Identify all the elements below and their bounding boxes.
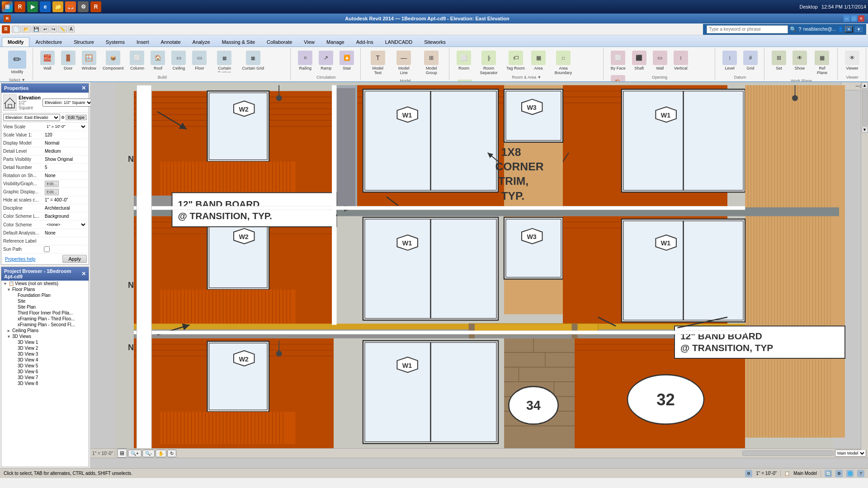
railing-button[interactable]: ⌗Railing: [295, 49, 315, 72]
tree-3dview-1[interactable]: 3D View 1: [1, 339, 89, 345]
user-icon[interactable]: 👤: [838, 27, 843, 32]
info-close-btn[interactable]: ✕: [845, 26, 853, 33]
taskbar-icon-3[interactable]: 📁: [52, 1, 63, 12]
model-group-button[interactable]: ⊞Model Group: [417, 49, 445, 77]
roof-button[interactable]: 🏠Roof: [148, 49, 168, 72]
taskbar-icon-revit[interactable]: R: [14, 1, 25, 12]
qa-open[interactable]: 📂: [22, 26, 31, 33]
window-button[interactable]: 🪟Window: [79, 49, 99, 72]
info-icon[interactable]: ?: [798, 26, 802, 33]
taskbar-icon-4[interactable]: 🦊: [65, 1, 76, 12]
tree-3dview-7[interactable]: 3D View 7: [1, 375, 89, 380]
search-input[interactable]: [707, 25, 788, 33]
properties-type-dropdown[interactable]: Elevation: 1/2" Square: [42, 99, 93, 107]
tree-site[interactable]: Site: [1, 298, 89, 304]
column-button[interactable]: ⬜Column: [127, 49, 147, 72]
close-button[interactable]: ✕: [858, 15, 864, 22]
taskbar-icon-2[interactable]: e: [40, 1, 51, 12]
viewer-button[interactable]: 👁Viewer: [842, 49, 862, 72]
ref-plane-button[interactable]: ▦Ref Plane: [811, 49, 834, 77]
tree-foundation[interactable]: Foundation Plan: [1, 292, 89, 298]
status-sync-icon[interactable]: 🔄: [825, 470, 832, 477]
maximize-button[interactable]: □: [851, 15, 857, 22]
v-scrollbar[interactable]: ▲ ▼: [861, 82, 868, 450]
dormer-button[interactable]: 🏠Dormer: [608, 73, 628, 82]
scroll-up-btn[interactable]: ▲: [862, 82, 868, 89]
floor-button[interactable]: ▭Floor: [189, 49, 209, 72]
tree-3dview-8[interactable]: 3D View 8: [1, 380, 89, 386]
info-expand-btn[interactable]: ▼: [855, 27, 863, 32]
tab-collaborate[interactable]: Collaborate: [261, 37, 298, 47]
tab-modify[interactable]: Modify: [2, 37, 29, 47]
tree-3dview-6[interactable]: 3D View 6: [1, 369, 89, 375]
ceiling-button[interactable]: ▭Ceiling: [169, 49, 189, 72]
taskbar-icon-5[interactable]: ⚙: [78, 1, 89, 12]
model-text-button[interactable]: TModel Text: [365, 49, 390, 77]
tab-manage[interactable]: Manage: [321, 37, 350, 47]
door-button[interactable]: 🚪Door: [58, 49, 78, 72]
app-menu-button[interactable]: R: [2, 25, 10, 33]
tab-view[interactable]: View: [298, 37, 321, 47]
tree-3d-views[interactable]: ▼ 3D Views: [1, 333, 89, 339]
tree-xframing-second[interactable]: xFraming Plan - Second Fl...: [1, 322, 89, 328]
room-button[interactable]: ⬜Room: [454, 49, 474, 72]
wall-button[interactable]: 🧱Wall: [38, 49, 57, 72]
tree-xframing-third[interactable]: xFraming Plan - Third Floo...: [1, 316, 89, 322]
tab-siteworks[interactable]: Siteworks: [418, 37, 452, 47]
scroll-down-btn[interactable]: ▼: [862, 127, 868, 133]
model-line-button[interactable]: —Model Line: [391, 49, 416, 77]
properties-close-button[interactable]: ✕: [81, 85, 86, 91]
grid-button[interactable]: #Grid: [741, 49, 760, 72]
main-canvas[interactable]: ─ □ ✕: [90, 82, 868, 468]
browser-close-button[interactable]: ✕: [81, 271, 86, 277]
tag-room-button[interactable]: 🏷Tag Room: [504, 49, 528, 72]
colorscheme-dropdown[interactable]: <none>: [44, 221, 87, 228]
tree-floor-plans[interactable]: ▼ Floor Plans: [1, 286, 89, 292]
stair-button[interactable]: 🔼Stair: [337, 49, 357, 72]
tab-annotate[interactable]: Annotate: [155, 37, 187, 47]
properties-help-link[interactable]: Properties help: [3, 256, 37, 263]
set-button[interactable]: ⊞Set: [769, 49, 789, 72]
tree-site-plan[interactable]: Site Plan: [1, 304, 89, 310]
tab-analyze[interactable]: Analyze: [187, 37, 216, 47]
curtain-grid-button[interactable]: ▦Curtain Grid: [239, 49, 267, 72]
tab-insert[interactable]: Insert: [131, 37, 155, 47]
modify-button[interactable]: ✏ Modify: [5, 49, 29, 76]
model-dropdown[interactable]: Main Model: [835, 450, 866, 457]
tab-structure[interactable]: Structure: [68, 37, 100, 47]
by-face-button[interactable]: ⬜By Face: [608, 49, 628, 72]
wall-opening-button[interactable]: ▭Wall: [650, 49, 670, 72]
start-button[interactable]: ⊞: [2, 1, 13, 12]
tab-massing[interactable]: Massing & Site: [216, 37, 261, 47]
tab-systems[interactable]: Systems: [100, 37, 131, 47]
ramp-button[interactable]: ↗Ramp: [316, 49, 336, 72]
shaft-button[interactable]: ⬛Shaft: [629, 49, 649, 72]
h-scrollbar-thumb[interactable]: [742, 450, 833, 456]
minimize-button[interactable]: ─: [844, 15, 850, 22]
taskbar-icon-1[interactable]: ▶: [27, 1, 38, 12]
tree-3dview-2[interactable]: 3D View 2: [1, 345, 89, 351]
tree-views[interactable]: ▼ 📋 Views (not on sheets): [1, 281, 89, 286]
status-settings-icon[interactable]: ⚙: [835, 470, 843, 477]
sunpath-checkbox[interactable]: [44, 246, 50, 252]
tag-area-button[interactable]: 🏷Tag Area: [454, 78, 476, 82]
qa-save[interactable]: 💾: [32, 26, 41, 33]
room-sep-button[interactable]: ╠Room Separator: [475, 49, 503, 77]
status-help-icon[interactable]: ?: [857, 470, 864, 477]
elevation-view-dropdown[interactable]: Elevation: East Elevatio: [3, 114, 60, 121]
area-button[interactable]: ▦Area: [528, 49, 548, 72]
edit-type-button[interactable]: Edit Type: [66, 115, 87, 120]
component-button[interactable]: 📦Component: [100, 49, 127, 72]
qa-redo[interactable]: ↪: [50, 26, 57, 33]
architectural-drawing[interactable]: W2: [90, 82, 859, 458]
qa-new[interactable]: 📄: [12, 26, 21, 33]
show-button[interactable]: 👁Show: [790, 49, 810, 72]
v-scroll-thumb[interactable]: [862, 89, 868, 126]
qa-undo[interactable]: ↩: [42, 26, 49, 33]
zoom-out-button[interactable]: 🔍-: [142, 450, 155, 457]
search-icon[interactable]: 🔍: [790, 26, 797, 33]
area-boundary-button[interactable]: □Area Boundary: [549, 49, 577, 77]
curtain-sys-button[interactable]: ▦Curtain System: [210, 49, 238, 72]
tree-3dview-3[interactable]: 3D View 3: [1, 351, 89, 357]
status-connect-icon[interactable]: 🌐: [846, 470, 854, 477]
